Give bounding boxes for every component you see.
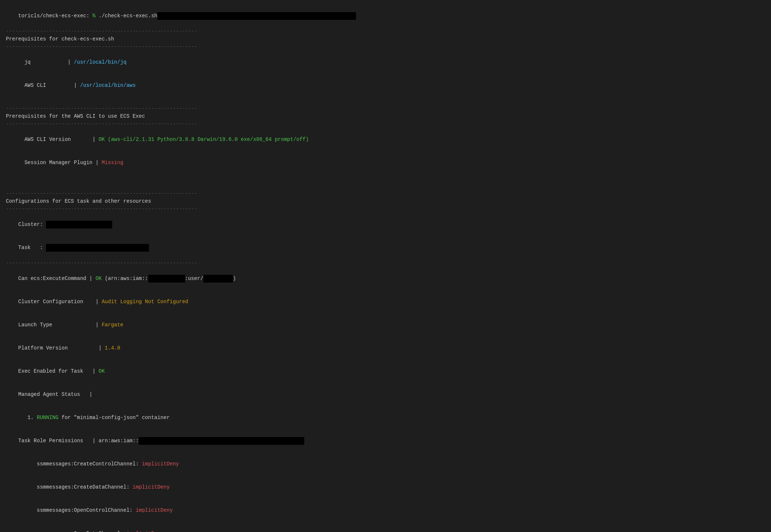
jq-path: /usr/local/bin/jq [74,59,127,65]
blank-3 [6,182,765,190]
section2-title: Prerequisites for the AWS CLI to use ECS… [6,113,765,120]
ssm-open-control-row: ssmmessages:OpenControlChannel: implicit… [6,499,765,522]
launch-type-value: Fargate [102,322,123,328]
session-manager-row: Session Manager Plugin | Missing [6,151,765,174]
task-role-arn: arn:aws:iam:: [99,438,139,444]
section3-title: Configurations for ECS task and other re… [6,198,765,205]
can-ecs-arn: arn:aws:iam:: [108,276,148,281]
task-row: Task : [6,236,765,259]
aws-cli-path: /usr/local/bin/aws [80,82,136,88]
can-ecs-row: Can ecs:ExecuteCommand | OK (arn:aws:iam… [6,267,765,290]
aws-cli-label: AWS CLI | [18,82,80,88]
terminal-container: toricls/check-ecs-exec: % ./check-ecs-ex… [6,4,765,532]
platform-version-row: Platform Version | 1.4.0 [6,337,765,360]
ssm-create-control-row: ssmmessages:CreateControlChannel: implic… [6,453,765,476]
managed-agent-item-row: 1. RUNNING for "minimal-config-json" con… [6,406,765,429]
task-label: Task : [18,245,43,251]
managed-agent-row: Managed Agent Status | [6,383,765,406]
exec-enabled-value: OK [99,368,105,374]
exec-enabled-row: Exec Enabled for Task | OK [6,360,765,383]
ssm-open-data-value: implicitDeny [127,531,164,532]
managed-agent-desc: for "minimal-config-json" container [61,415,170,421]
prompt-prefix: toricls/check-ecs-exec: [18,13,89,19]
jq-row: jq | /usr/local/bin/jq [6,51,765,74]
cluster-config-label: Cluster Configuration [18,299,83,305]
divider-7: ----------------------------------------… [6,259,765,267]
cluster-config-row: Cluster Configuration | Audit Logging No… [6,290,765,313]
blank-2 [6,174,765,182]
session-manager-value: Missing [102,160,123,166]
can-ecs-label: Can ecs:ExecuteCommand [18,276,86,281]
jq-label: jq | [18,59,74,65]
platform-version-label: Platform Version [18,345,68,351]
exec-enabled-label: Exec Enabled for Task [18,368,83,374]
launch-type-label: Launch Type [18,322,52,328]
ssm-create-data-label: ssmmessages:CreateDataChannel: [37,484,129,490]
ssm-create-data-value: implicitDeny [132,484,170,490]
cluster-row: Cluster: [6,213,765,236]
ssm-open-control-label: ssmmessages:OpenControlChannel: [37,507,132,513]
ssm-open-data-row: ssmmessages:OpenDataChannel: implicitDen… [6,522,765,532]
blank-1 [6,97,765,105]
aws-cli-row: AWS CLI | /usr/local/bin/aws [6,74,765,97]
divider-4: ----------------------------------------… [6,120,765,128]
session-manager-label: Session Manager Plugin | [18,160,102,166]
task-role-row: Task Role Permissions | arn:aws:iam:: [6,429,765,453]
prompt-symbol: % [89,13,99,19]
ssm-create-control-value: implicitDeny [142,461,179,467]
divider-6: ----------------------------------------… [6,205,765,213]
ssm-open-data-label: ssmmessages:OpenDataChannel: [37,531,123,532]
divider-3: ----------------------------------------… [6,105,765,113]
cluster-label: Cluster: [18,221,43,227]
task-role-label: Task Role Permissions [18,438,83,444]
ssm-create-data-row: ssmmessages:CreateDataChannel: implicitD… [6,476,765,499]
managed-agent-item-number: 1. [28,415,34,421]
platform-version-value: 1.4.0 [105,345,120,351]
can-ecs-ok: OK [96,276,102,281]
launch-type-row: Launch Type | Fargate [6,313,765,337]
divider-5: ----------------------------------------… [6,190,765,198]
aws-cli-version-label: AWS CLI Version | [18,136,99,142]
cluster-config-value: Audit Logging Not Configured [102,299,188,305]
ssm-open-control-value: implicitDeny [136,507,173,513]
managed-agent-status: RUNNING [37,415,58,421]
section1-title: Prerequisites for check-ecs-exec.sh [6,35,765,43]
managed-agent-label: Managed Agent Status [18,391,80,397]
divider-1: ----------------------------------------… [6,28,765,35]
ssm-create-control-label: ssmmessages:CreateControlChannel: [37,461,139,467]
aws-cli-version-value: OK (aws-cli/2.1.31 Python/3.8.8 Darwin/1… [99,136,309,142]
aws-cli-version-row: AWS CLI Version | OK (aws-cli/2.1.31 Pyt… [6,128,765,151]
prompt-command: ./check-ecs-exec.sh [99,13,157,19]
prompt-line: toricls/check-ecs-exec: % ./check-ecs-ex… [6,4,765,28]
divider-2: ----------------------------------------… [6,43,765,51]
